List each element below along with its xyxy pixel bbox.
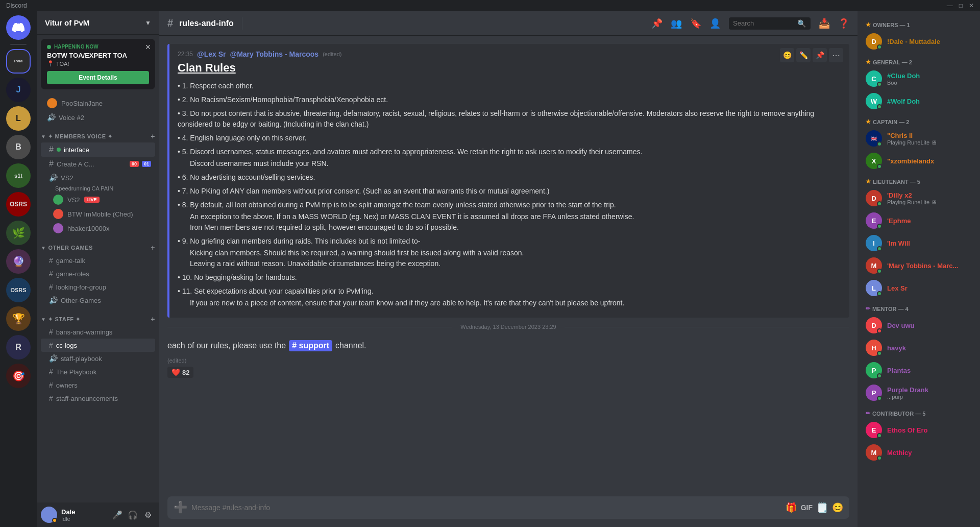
member-item-havyk[interactable]: H havyk <box>862 337 976 359</box>
server-icon-league[interactable]: L <box>6 106 31 131</box>
close-btn[interactable]: ✕ <box>969 2 974 9</box>
server-icon-other5[interactable]: 🎯 <box>6 364 31 388</box>
server-icon-other1[interactable]: 🌿 <box>6 221 31 245</box>
channel-item-bans[interactable]: # bans-and-warnings <box>41 325 155 339</box>
pin-icon[interactable]: 📌 <box>651 18 663 29</box>
server-header[interactable]: Vitur of PvM ▼ <box>37 11 159 35</box>
maximize-btn[interactable]: □ <box>959 2 963 9</box>
channel-item-vs2-voice[interactable]: 🔊 VS2 <box>41 171 155 184</box>
question-icon[interactable]: ❓ <box>838 18 849 29</box>
channel-item-other-games[interactable]: 🔊 Other-Games <box>41 294 155 307</box>
mic-icon[interactable]: 🎤 <box>110 508 125 522</box>
member-item-ethos[interactable]: E Ethos Of Ero <box>862 419 976 441</box>
reaction-heart[interactable]: ❤️ 82 <box>167 367 193 378</box>
gif-icon[interactable]: GIF <box>801 504 813 512</box>
add-attachment-icon[interactable]: ➕ <box>174 501 187 514</box>
member-category-lieutenant: ★ LIEUTENANT — 5 D 'Dilly x2 Playing Run… <box>862 176 976 299</box>
window-controls[interactable]: — □ ✕ <box>947 2 974 9</box>
avatar-wrapper-mary: M <box>866 257 882 274</box>
voice-channel-2[interactable]: 🔊 Voice #2 <box>41 111 155 124</box>
event-close-icon[interactable]: ✕ <box>145 43 151 51</box>
category-members-voice[interactable]: ▼ ✦ Members Voice ✦ + <box>37 124 159 142</box>
add-channel-icon[interactable]: + <box>151 132 155 140</box>
server-icon-other2[interactable]: 🔮 <box>6 249 31 274</box>
channel-item-the-playbook[interactable]: # The Playbook <box>41 365 155 378</box>
server-icon-pvm[interactable]: PvM <box>6 49 31 74</box>
member-item-dale[interactable]: D !Dale - Muttadale <box>862 30 976 53</box>
channel-item-lfg[interactable]: # looking-for-group <box>41 280 155 294</box>
support-channel-link[interactable]: # support <box>289 340 332 351</box>
channel-item-game-roles[interactable]: # game-roles <box>41 267 155 280</box>
input-right-icons: 🎁 GIF 🗒️ 😊 <box>786 502 843 513</box>
settings-icon[interactable]: ⚙ <box>141 508 155 522</box>
rule-11: • 11. Set expectations about your capabi… <box>178 286 841 297</box>
server-icon-osrs-splits[interactable]: OSRS <box>6 278 31 302</box>
emoji-icon[interactable]: 😊 <box>832 502 843 513</box>
message-input[interactable] <box>191 498 781 517</box>
status-ephme <box>877 224 882 229</box>
category-other-games[interactable]: ▼ OTHER GAMES + <box>37 235 159 254</box>
channel-item-cc-logs[interactable]: # cc-logs <box>41 339 155 352</box>
member-item-xzombie[interactable]: X "xzombielandx <box>862 150 976 172</box>
member-item-dev-uwu[interactable]: D Dev uwu <box>862 314 976 337</box>
channel-name-sp: staff-playbook <box>61 355 102 363</box>
voice-user-hbaker[interactable]: hbaker10000x <box>37 221 159 235</box>
headphone-icon[interactable]: 🎧 <box>126 508 140 522</box>
category-mentor-title: ✏ MENTOR — 4 <box>862 303 976 314</box>
gift-icon[interactable]: 🎁 <box>786 502 797 513</box>
support-message: each of our rules, please use the # supp… <box>159 336 857 355</box>
add-member-icon[interactable]: 👥 <box>671 18 682 29</box>
pin-msg-icon[interactable]: 📌 <box>813 48 827 62</box>
bookmark-icon[interactable]: 🔖 <box>690 18 701 29</box>
category-captain-title: ★ CAPTAIN — 2 <box>862 116 976 127</box>
channel-item-staff-ann[interactable]: # staff-announcements <box>41 392 155 405</box>
edit-icon[interactable]: ✏️ <box>796 48 811 62</box>
member-item-plantas[interactable]: P Plantas <box>862 359 976 381</box>
member-item-imwill[interactable]: I 'Im Will <box>862 232 976 254</box>
channel-item-owners[interactable]: # owners <box>41 378 155 392</box>
avatar-wrapper-chris: 🇬🇧 <box>866 130 882 147</box>
category-staff[interactable]: ▼ ✦ staff ✦ + <box>37 307 159 325</box>
user-panel-info: Dale Idle <box>61 508 106 522</box>
member-item-wolf-doh[interactable]: W #Wolf Doh <box>862 90 976 112</box>
member-avatar-wrapper-dale: D <box>866 33 882 50</box>
emoji-react-icon[interactable]: 😊 <box>780 48 794 62</box>
channel-sidebar: Vitur of PvM ▼ HAPPENING NOW ✕ BOTW TOA/… <box>37 11 159 527</box>
server-icon-s1t[interactable]: s1t <box>6 163 31 188</box>
channel-item-staff-playbook[interactable]: 🔊 staff-playbook <box>41 352 155 365</box>
more-icon[interactable]: ⋯ <box>829 48 843 62</box>
discord-home-icon[interactable] <box>6 15 31 40</box>
member-item-mcthicy[interactable]: M Mcthicy <box>862 441 976 464</box>
search-bar[interactable]: 🔍 <box>729 17 811 30</box>
add-channel-icon-staff[interactable]: + <box>151 315 155 323</box>
member-item-ephme[interactable]: E 'Ephme <box>862 209 976 232</box>
avatar-btw <box>53 209 63 219</box>
member-item-purple-drank[interactable]: P Purple Drank ...purp <box>862 381 976 404</box>
server-icon-other3[interactable]: 🏆 <box>6 306 31 331</box>
member-item-mary[interactable]: M 'Mary Tobbins - Marc... <box>862 254 976 277</box>
member-item-lex[interactable]: L Lex Sr <box>862 277 976 299</box>
minimize-btn[interactable]: — <box>947 2 953 9</box>
server-icon-b[interactable]: B <box>6 135 31 159</box>
voice-user-vs2[interactable]: VS2 LIVE <box>37 193 159 207</box>
inbox-icon[interactable]: 📥 <box>819 18 830 29</box>
channel-item-create[interactable]: # Create A C... 00 01 <box>41 157 155 171</box>
sticker-icon[interactable]: 🗒️ <box>817 502 828 513</box>
server-icon-osrs-ffa[interactable]: OSRS <box>6 192 31 217</box>
channel-item-poo[interactable]: PooStainJane <box>41 95 155 111</box>
member-item-clue-doh[interactable]: C #Clue Doh Boo <box>862 67 976 90</box>
people-icon[interactable]: 👤 <box>709 18 721 29</box>
server-icon-jarvis[interactable]: J <box>6 78 31 102</box>
server-icon-other4[interactable]: R <box>6 335 31 360</box>
channel-item-game-talk[interactable]: # game-talk <box>41 254 155 267</box>
search-input[interactable] <box>733 19 794 27</box>
status-online-clue <box>877 82 882 87</box>
channel-header-hash: # <box>167 17 173 29</box>
member-item-chris[interactable]: 🇬🇧 "Chris ll Playing RuneLite 🖥 <box>862 127 976 150</box>
member-name-xzombie: "xzombielandx <box>887 157 972 165</box>
event-details-button[interactable]: Event Details <box>47 71 149 84</box>
channel-item-interface[interactable]: # interface <box>41 142 155 157</box>
voice-user-btw[interactable]: BTW ImMobile (Ched) <box>37 207 159 221</box>
add-channel-icon-2[interactable]: + <box>151 244 155 252</box>
member-item-dilly[interactable]: D 'Dilly x2 Playing RuneLite 🖥 <box>862 187 976 209</box>
